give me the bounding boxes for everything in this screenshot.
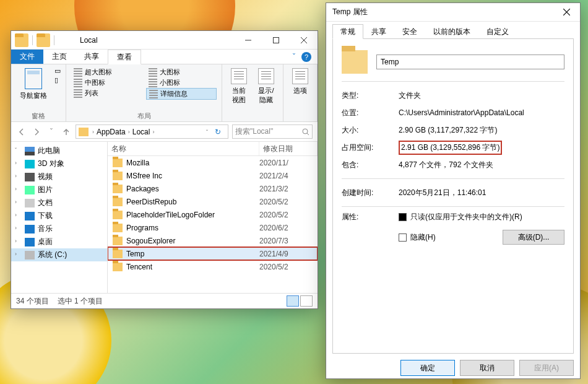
tree-item[interactable]: ›桌面 bbox=[11, 235, 107, 248]
value-contains: 4,877 个文件，792 个文件夹 bbox=[399, 160, 564, 170]
show-hide-icon bbox=[258, 68, 274, 84]
readonly-checkbox[interactable]: 只读(仅应用于文件夹中的文件)(R) bbox=[399, 212, 564, 222]
close-button[interactable] bbox=[553, 3, 580, 21]
ok-button[interactable]: 确定 bbox=[400, 360, 455, 376]
tab-home[interactable]: 主页 bbox=[43, 50, 76, 64]
search-input[interactable]: 搜索"Local" bbox=[232, 124, 313, 139]
ribbon-body: 导航窗格 ▭ ▯ 窗格 超大图标 中图标 列表 大图标 小图标 详细信息 bbox=[11, 64, 318, 122]
explorer-titlebar[interactable]: Local bbox=[11, 31, 318, 50]
layout-large[interactable]: 大图标 bbox=[146, 67, 217, 77]
breadcrumb[interactable]: › AppData › Local › ˇ ↻ bbox=[76, 124, 228, 139]
current-view-button[interactable]: 当前 视图 bbox=[227, 67, 251, 106]
show-hide-button[interactable]: 显示/ 隐藏 bbox=[254, 67, 278, 106]
preview-pane-toggle[interactable]: ▭ bbox=[54, 67, 61, 75]
file-row[interactable]: SogouExplorer2020/7/3 bbox=[108, 234, 318, 247]
label-type: 类型: bbox=[342, 90, 399, 101]
label-size-on-disk: 占用空间: bbox=[342, 142, 399, 153]
back-button[interactable] bbox=[16, 126, 27, 137]
cancel-button[interactable]: 取消 bbox=[460, 360, 514, 376]
label-location: 位置: bbox=[342, 108, 399, 118]
view-tiles-button[interactable] bbox=[300, 295, 313, 307]
file-row[interactable]: Programs2020/6/2 bbox=[108, 221, 318, 234]
tree-item[interactable]: ›文档 bbox=[11, 196, 107, 209]
tree-item[interactable]: ›视频 bbox=[11, 170, 107, 183]
layout-small[interactable]: 小图标 bbox=[146, 77, 217, 88]
options-icon bbox=[292, 68, 308, 84]
file-row[interactable]: PlaceholderTileLogoFolder2020/5/2 bbox=[108, 208, 318, 221]
close-button[interactable] bbox=[290, 31, 318, 49]
forward-button[interactable] bbox=[31, 126, 42, 137]
crumb-local[interactable]: Local bbox=[132, 128, 150, 136]
tree-item[interactable]: ›音乐 bbox=[11, 222, 107, 235]
chevron-icon[interactable]: › bbox=[151, 129, 155, 135]
tab-share[interactable]: 共享 bbox=[76, 50, 108, 64]
tree-item[interactable]: ›图片 bbox=[11, 183, 107, 196]
layout-list[interactable]: 列表 bbox=[71, 88, 142, 98]
file-row[interactable]: MSfree Inc2021/2/4 bbox=[108, 169, 318, 182]
ribbon-tabs: 文件 主页 共享 查看 ˇ ? bbox=[11, 50, 318, 64]
status-bar: 34 个项目 选中 1 个项目 bbox=[11, 293, 318, 308]
label-created: 创建时间: bbox=[342, 188, 399, 198]
crumb-appdata[interactable]: AppData bbox=[97, 128, 126, 136]
folder-icon bbox=[113, 198, 123, 206]
advanced-button[interactable]: 高级(D)... bbox=[503, 230, 564, 245]
file-row[interactable]: Packages2021/3/2 bbox=[108, 182, 318, 195]
up-button[interactable] bbox=[61, 126, 72, 137]
name-input[interactable]: Temp bbox=[376, 55, 564, 69]
folder-icon bbox=[113, 263, 123, 271]
layout-medium[interactable]: 中图标 bbox=[71, 77, 142, 88]
options-button[interactable]: 选项 bbox=[288, 67, 312, 97]
folder-icon bbox=[113, 172, 123, 180]
refresh-button[interactable]: ↻ bbox=[210, 128, 225, 136]
chevron-icon[interactable]: › bbox=[127, 129, 131, 135]
column-name[interactable]: 名称 bbox=[108, 142, 259, 155]
folder-icon bbox=[113, 237, 123, 245]
ribbon-collapse-icon[interactable]: ˇ bbox=[293, 53, 295, 61]
nav-tree[interactable]: ˇ此电脑›3D 对象›视频›图片›文档›下载›音乐›桌面›系统 (C:) bbox=[11, 142, 108, 293]
tab-general[interactable]: 常规 bbox=[332, 24, 363, 39]
folder-icon bbox=[113, 224, 123, 232]
tab-file[interactable]: 文件 bbox=[11, 50, 43, 64]
minimize-button[interactable] bbox=[234, 31, 262, 49]
file-row[interactable]: Tencent2020/5/2 bbox=[108, 260, 318, 273]
value-location: C:\Users\Administrator\AppData\Local bbox=[399, 108, 564, 117]
tab-sharing[interactable]: 共享 bbox=[363, 24, 394, 39]
group-label-panes: 窗格 bbox=[32, 111, 45, 121]
recent-button[interactable]: ˇ bbox=[46, 126, 57, 137]
nav-pane-label: 导航窗格 bbox=[20, 91, 47, 100]
tab-customize[interactable]: 自定义 bbox=[478, 24, 517, 39]
value-type: 文件夹 bbox=[399, 90, 564, 101]
tree-item[interactable]: ›下载 bbox=[11, 209, 107, 222]
tab-view[interactable]: 查看 bbox=[108, 50, 141, 64]
nav-pane-button[interactable]: 导航窗格 bbox=[16, 67, 51, 102]
file-row[interactable]: Mozilla2020/11/ bbox=[108, 156, 318, 169]
layout-extra-large[interactable]: 超大图标 bbox=[71, 67, 142, 77]
history-dropdown[interactable]: ˇ bbox=[205, 129, 209, 135]
nav-pane-icon bbox=[25, 68, 42, 89]
view-details-button[interactable] bbox=[287, 295, 299, 307]
maximize-button[interactable] bbox=[262, 31, 290, 49]
file-row[interactable]: Temp2021/4/9 bbox=[108, 247, 318, 260]
apply-button[interactable]: 应用(A) bbox=[519, 360, 574, 376]
file-list[interactable]: 名称 修改日期 Mozilla2020/11/MSfree Inc2021/2/… bbox=[108, 142, 318, 293]
hidden-checkbox[interactable]: 隐藏(H) bbox=[399, 232, 436, 243]
details-pane-toggle[interactable]: ▯ bbox=[54, 76, 61, 84]
help-icon[interactable]: ? bbox=[301, 52, 311, 62]
column-date[interactable]: 修改日期 bbox=[259, 142, 318, 155]
tree-item[interactable]: ›系统 (C:) bbox=[11, 248, 107, 261]
properties-dialog: Temp 属性 常规 共享 安全 以前的版本 自定义 Temp 类型:文件夹 位… bbox=[326, 2, 581, 379]
folder-icon bbox=[113, 211, 123, 219]
svg-rect-0 bbox=[273, 37, 279, 43]
file-row[interactable]: PeerDistRepub2020/5/2 bbox=[108, 195, 318, 208]
tree-item[interactable]: ›3D 对象 bbox=[11, 157, 107, 170]
tab-previous-versions[interactable]: 以前的版本 bbox=[425, 24, 478, 39]
quick-access-folder-icon[interactable] bbox=[37, 33, 50, 47]
tree-item[interactable]: ˇ此电脑 bbox=[11, 144, 107, 157]
chevron-icon[interactable]: › bbox=[91, 129, 95, 135]
layout-details[interactable]: 详细信息 bbox=[146, 88, 217, 100]
tab-security[interactable]: 安全 bbox=[394, 24, 425, 39]
label-contains: 包含: bbox=[342, 160, 399, 170]
checkbox-empty-icon bbox=[399, 233, 407, 242]
status-item-count: 34 个项目 bbox=[16, 296, 49, 307]
folder-icon bbox=[15, 33, 28, 47]
